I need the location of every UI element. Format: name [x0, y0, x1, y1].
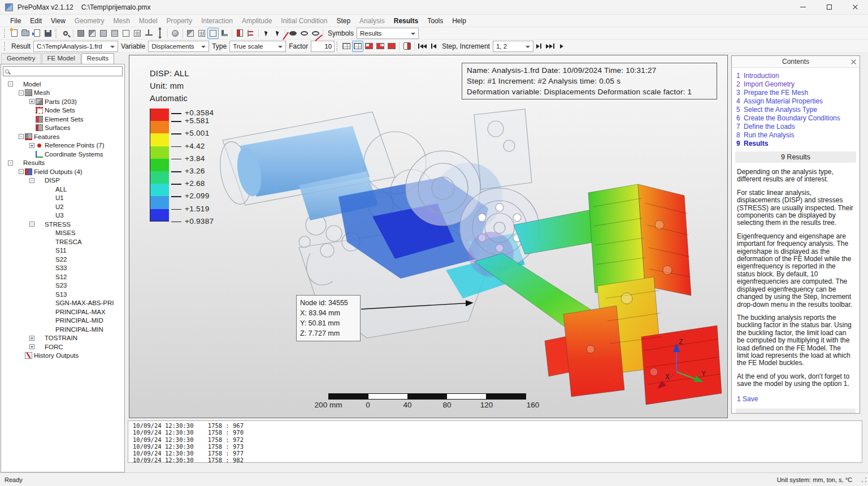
open-file-button[interactable]: [20, 28, 31, 39]
save-link[interactable]: 1 Save: [737, 395, 854, 403]
menu-item[interactable]: Geometry: [70, 15, 109, 27]
graphics-viewport[interactable]: DISP: ALL Unit: mm Automatic +5.581+5.00…: [129, 55, 728, 418]
tree-tab[interactable]: Geometry: [1, 53, 41, 64]
show-items-button[interactable]: [287, 28, 298, 39]
tree-expander[interactable]: [40, 204, 45, 209]
factor-input[interactable]: [311, 41, 335, 52]
menu-item[interactable]: View: [46, 15, 70, 27]
tree-expander[interactable]: [40, 266, 45, 271]
tree-item[interactable]: MISES: [1, 229, 124, 238]
tree-item[interactable]: Element Sets: [1, 115, 124, 124]
maximize-button[interactable]: [816, 0, 842, 15]
tree-expander[interactable]: -: [19, 90, 24, 96]
contents-link[interactable]: 2 Import Geometry: [736, 80, 860, 89]
view-feature-edges-button[interactable]: [98, 28, 109, 39]
tree-expander[interactable]: -: [19, 169, 24, 174]
menu-item[interactable]: Model: [134, 15, 162, 27]
menu-item[interactable]: File: [6, 15, 25, 27]
tree-expander[interactable]: [40, 327, 45, 332]
tree-item[interactable]: S12: [1, 272, 124, 281]
save-button[interactable]: [42, 28, 54, 39]
view-solid-edges-button[interactable]: [86, 28, 98, 39]
tree-item[interactable]: + TOSTRAIN: [1, 334, 124, 343]
tree-item[interactable]: + Reference Points (7): [1, 141, 124, 150]
tree-item[interactable]: PRINCIPAL-MID: [1, 316, 124, 326]
tree-expander[interactable]: [40, 213, 45, 218]
tree-item[interactable]: SGN-MAX-ABS-PRI: [1, 299, 124, 308]
tree-expander[interactable]: -: [19, 134, 24, 139]
menu-item[interactable]: Mesh: [109, 15, 134, 27]
wire-view-button[interactable]: [207, 28, 219, 39]
front-back-view-button[interactable]: [185, 28, 196, 39]
type-dropdown[interactable]: True scale: [229, 41, 286, 52]
contents-link[interactable]: 5 Select the Analysis Type: [736, 106, 860, 114]
menu-item[interactable]: Edit: [25, 15, 46, 27]
tree-item[interactable]: S23: [1, 281, 124, 290]
minimize-button[interactable]: [790, 0, 816, 15]
tree-expander[interactable]: [29, 151, 34, 157]
close-button[interactable]: [842, 0, 868, 15]
view-edges-only-button[interactable]: [132, 28, 143, 39]
tree-tab[interactable]: Results: [81, 53, 114, 64]
contents-link[interactable]: 8 Run the Analysis: [736, 131, 860, 140]
tree-tab[interactable]: FE Model: [42, 53, 81, 64]
tree-item[interactable]: ALL: [1, 185, 124, 194]
tree-item[interactable]: - Field Outputs (4): [1, 167, 124, 176]
variable-dropdown[interactable]: Displacements: [148, 41, 209, 52]
tree-item[interactable]: U1: [1, 194, 124, 203]
compare-results-button[interactable]: [401, 41, 413, 52]
contents-link[interactable]: 7 Define the Loads: [736, 123, 860, 131]
tree-expander[interactable]: [40, 257, 45, 262]
hide-items-button[interactable]: [310, 28, 321, 39]
tree-expander[interactable]: [29, 116, 34, 122]
tree-expander[interactable]: -: [29, 178, 34, 183]
tree-expander[interactable]: [40, 283, 45, 288]
contents-link[interactable]: 3 Prepare the FE Mesh: [736, 89, 860, 97]
output-log[interactable]: 10/09/24 12:30:30 1758 : 96710/09/24 12:…: [128, 420, 862, 463]
tree-expander[interactable]: +: [29, 99, 34, 104]
tree-expander[interactable]: +: [29, 344, 34, 349]
tree-item[interactable]: PRINCIPAL-MIN: [1, 325, 124, 334]
tree-expander[interactable]: [29, 125, 34, 131]
tree-expander[interactable]: +: [29, 336, 34, 341]
node-annotation[interactable]: Node id: 34555X: 83.94 mmY: 50.81 mmZ: 7…: [296, 295, 361, 341]
tree-item[interactable]: - Results: [1, 159, 124, 168]
tree-item[interactable]: U3: [1, 211, 124, 220]
contents-link[interactable]: 6 Create the Boundary Conditions: [736, 114, 860, 123]
tree-expander[interactable]: -: [8, 81, 13, 86]
tree-item[interactable]: + Parts (203): [1, 97, 124, 106]
tree-expander[interactable]: [40, 309, 45, 314]
menu-item[interactable]: Initial Condition: [276, 15, 332, 27]
deformed-grid-button[interactable]: [341, 41, 352, 52]
tree-expander[interactable]: [29, 108, 34, 113]
first-increment-button[interactable]: [416, 41, 428, 52]
tree-item[interactable]: Node Sets: [1, 106, 124, 115]
tree-expander[interactable]: [40, 292, 45, 297]
menu-item[interactable]: Help: [448, 15, 471, 27]
tree-item[interactable]: Surfaces: [1, 124, 124, 133]
next-increment-button[interactable]: [533, 41, 545, 52]
menu-item[interactable]: Interaction: [197, 15, 237, 27]
perspective-button[interactable]: [170, 28, 181, 39]
animate-button[interactable]: [556, 41, 567, 52]
tree-expander[interactable]: +: [29, 143, 34, 148]
tree-expander[interactable]: [40, 186, 45, 192]
resize-grip[interactable]: [861, 477, 867, 483]
contents-link[interactable]: 4 Assign Material Properties: [736, 97, 860, 106]
last-increment-button[interactable]: [545, 41, 556, 52]
show-only-items-button[interactable]: [298, 28, 310, 39]
tree-expander[interactable]: [40, 318, 45, 323]
view-solid-button[interactable]: [75, 28, 86, 39]
menu-item[interactable]: Step: [332, 15, 355, 27]
zoom-fit-button[interactable]: [60, 28, 71, 39]
undeformed-wire-button[interactable]: [386, 41, 397, 52]
iso-view-button[interactable]: [196, 28, 207, 39]
contents-close-button[interactable]: [847, 59, 860, 65]
zoom-corner-button[interactable]: [219, 28, 230, 39]
tree-item[interactable]: S11: [1, 246, 124, 255]
import-file-button[interactable]: [31, 28, 42, 39]
tree-item[interactable]: U2: [1, 202, 124, 211]
tree-item[interactable]: - Mesh: [1, 89, 124, 98]
tree-item[interactable]: Coordinate Systems: [1, 150, 124, 159]
tree-item[interactable]: S22: [1, 255, 124, 264]
